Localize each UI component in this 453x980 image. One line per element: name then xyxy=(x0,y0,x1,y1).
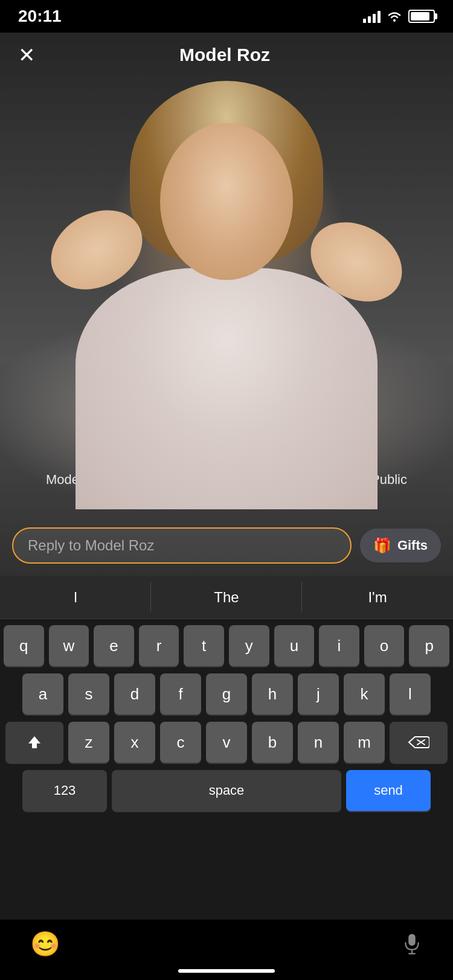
key-h[interactable]: h xyxy=(252,673,293,714)
status-time: 20:11 xyxy=(18,7,62,26)
status-bar: 20:11 xyxy=(0,0,453,33)
status-icons xyxy=(363,10,435,23)
key-numbers[interactable]: 123 xyxy=(22,770,107,811)
close-button[interactable]: ✕ xyxy=(18,45,35,65)
autocomplete-bar: I The I'm xyxy=(0,576,453,619)
key-y[interactable]: y xyxy=(229,625,269,666)
key-row-1: q w e r t y u i o p xyxy=(4,625,449,666)
key-x[interactable]: x xyxy=(114,722,155,763)
svg-rect-3 xyxy=(408,934,415,946)
reply-input-container[interactable] xyxy=(12,527,352,564)
key-g[interactable]: g xyxy=(206,673,247,714)
key-p[interactable]: p xyxy=(409,625,449,666)
gift-icon: 🎁 xyxy=(373,537,391,554)
autocomplete-item-im[interactable]: I'm xyxy=(302,576,453,619)
key-row-2: a s d f g h j k l xyxy=(4,673,449,714)
key-c[interactable]: c xyxy=(160,722,201,763)
story-header: ✕ Model Roz xyxy=(0,33,453,77)
key-l[interactable]: l xyxy=(390,673,431,714)
bottom-bar: 😊 xyxy=(0,920,453,980)
gifts-button[interactable]: 🎁 Gifts xyxy=(360,529,441,562)
phone-container: 20:11 ✕ xyxy=(0,0,453,980)
key-s[interactable]: s xyxy=(68,673,109,714)
autocomplete-item-i[interactable]: I xyxy=(0,576,151,619)
microphone-icon[interactable] xyxy=(401,933,423,955)
key-f[interactable]: f xyxy=(160,673,201,714)
key-backspace[interactable] xyxy=(390,722,448,763)
signal-bars-icon xyxy=(363,10,381,23)
backspace-icon xyxy=(408,734,429,750)
key-t[interactable]: t xyxy=(184,625,224,666)
key-j[interactable]: j xyxy=(298,673,339,714)
reply-input[interactable] xyxy=(28,537,336,554)
key-shift[interactable] xyxy=(5,722,63,763)
key-k[interactable]: k xyxy=(344,673,385,714)
key-w[interactable]: w xyxy=(49,625,89,666)
key-space[interactable]: space xyxy=(112,770,341,811)
story-photo-area: ✕ Model Roz Model Roz may preview your r… xyxy=(0,33,453,576)
key-n[interactable]: n xyxy=(298,722,339,763)
autocomplete-item-the[interactable]: The xyxy=(151,576,302,619)
key-q[interactable]: q xyxy=(4,625,44,666)
key-i[interactable]: i xyxy=(319,625,359,666)
emoji-icon[interactable]: 😊 xyxy=(30,930,60,958)
keyboard-rows: q w e r t y u i o p a s d f g h j k xyxy=(0,619,453,817)
key-row-3: z x c v b n m xyxy=(4,722,449,763)
key-e[interactable]: e xyxy=(94,625,134,666)
key-r[interactable]: r xyxy=(139,625,179,666)
key-u[interactable]: u xyxy=(274,625,315,666)
key-d[interactable]: d xyxy=(114,673,155,714)
battery-icon xyxy=(408,10,435,23)
wifi-icon xyxy=(387,10,402,22)
key-v[interactable]: v xyxy=(206,722,247,763)
key-z[interactable]: z xyxy=(68,722,109,763)
key-m[interactable]: m xyxy=(344,722,385,763)
key-send[interactable]: send xyxy=(346,770,431,811)
shift-icon xyxy=(26,734,43,751)
key-b[interactable]: b xyxy=(252,722,293,763)
story-title: Model Roz xyxy=(35,45,414,65)
key-a[interactable]: a xyxy=(22,673,63,714)
key-o[interactable]: o xyxy=(364,625,405,666)
home-indicator xyxy=(178,969,275,973)
gifts-label: Gifts xyxy=(397,538,428,553)
svg-point-0 xyxy=(393,19,396,22)
reply-area: 🎁 Gifts xyxy=(0,527,453,564)
key-row-4: 123 space send xyxy=(4,770,449,811)
